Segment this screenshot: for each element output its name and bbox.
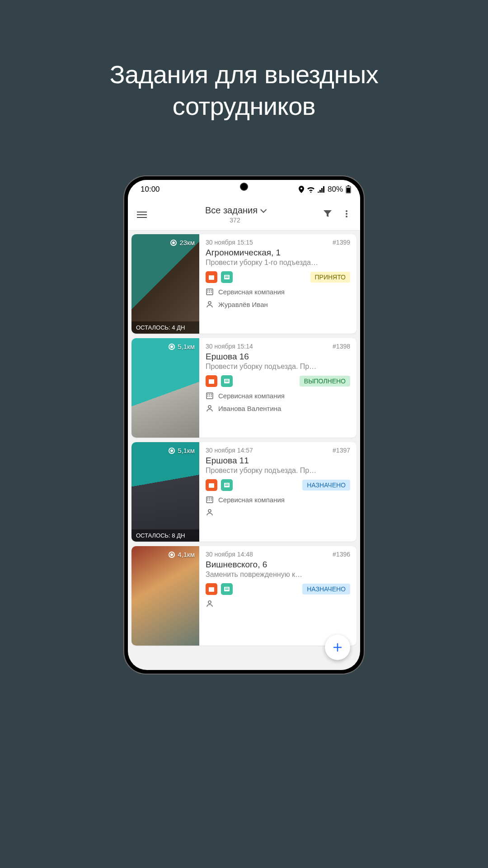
svg-point-50 <box>208 601 211 604</box>
attachment-icon <box>206 375 217 387</box>
task-card[interactable]: 5,1км 30 ноября 15:14 #1398 Ершова 16 Пр… <box>131 338 357 438</box>
task-id: #1396 <box>333 551 350 558</box>
svg-rect-40 <box>211 498 212 499</box>
svg-rect-49 <box>225 589 229 590</box>
company-line: Сервисная компания <box>206 288 350 296</box>
assignee-line <box>206 508 350 516</box>
task-card[interactable]: 5,1км ОСТАЛОСЬ: 8 ДН 30 ноября 14:57 #13… <box>131 442 357 542</box>
distance-label: 5,1км <box>169 343 195 350</box>
statusbar-time: 10:00 <box>141 185 160 194</box>
person-icon <box>206 404 214 412</box>
funnel-icon <box>323 209 332 218</box>
company-line: Сервисная компания <box>206 495 350 504</box>
task-id: #1399 <box>333 239 350 246</box>
appbar: Все задания 372 <box>128 199 360 231</box>
task-card[interactable]: 4,1км 30 ноября 14:48 #1396 Вишневского,… <box>131 546 357 646</box>
svg-rect-9 <box>225 276 229 277</box>
location-icon <box>299 186 304 193</box>
menu-button[interactable] <box>132 205 151 224</box>
task-title: Ершова 11 <box>206 456 350 466</box>
task-card[interactable]: 23км ОСТАЛОСЬ: 4 ДН 30 ноября 15:15 #139… <box>131 234 357 334</box>
assignee-line: Журавлёв Иван <box>206 300 350 308</box>
svg-point-3 <box>346 210 347 212</box>
task-id: #1397 <box>333 447 350 454</box>
svg-rect-12 <box>207 290 208 291</box>
more-button[interactable] <box>338 205 356 225</box>
svg-rect-10 <box>225 277 229 278</box>
svg-rect-1 <box>347 185 349 186</box>
svg-rect-2 <box>347 188 350 193</box>
svg-rect-36 <box>225 485 229 486</box>
task-thumbnail: 5,1км <box>131 338 199 438</box>
svg-rect-17 <box>211 292 212 292</box>
status-badge: ПРИНЯТО <box>310 272 351 283</box>
task-title: Агрономическая, 1 <box>206 248 350 258</box>
task-thumbnail: 4,1км <box>131 546 199 646</box>
attachment-icon <box>206 271 217 283</box>
plus-icon <box>332 642 343 653</box>
person-icon <box>206 300 214 308</box>
svg-rect-13 <box>209 290 210 291</box>
task-datetime: 30 ноября 15:14 <box>206 343 253 350</box>
building-icon <box>206 392 214 400</box>
svg-rect-30 <box>211 396 212 396</box>
task-title: Ершова 16 <box>206 352 350 362</box>
checklist-icon <box>221 583 233 595</box>
wifi-icon <box>307 186 315 193</box>
svg-rect-41 <box>207 500 208 500</box>
battery-icon <box>346 185 351 193</box>
building-icon <box>206 288 214 296</box>
svg-rect-15 <box>207 292 208 292</box>
remaining-label: ОСТАЛОСЬ: 8 ДН <box>131 529 199 542</box>
task-datetime: 30 ноября 14:57 <box>206 447 253 454</box>
task-thumbnail: 5,1км ОСТАЛОСЬ: 8 ДН <box>131 442 199 542</box>
svg-rect-28 <box>207 396 208 396</box>
task-desc: Провести уборку 1-го подъезда… <box>206 259 350 267</box>
attachment-icon <box>206 583 217 595</box>
camera-cutout <box>240 183 248 191</box>
svg-point-18 <box>208 302 211 304</box>
checklist-icon <box>221 375 233 387</box>
svg-point-44 <box>208 509 211 512</box>
task-desc: Заменить поврежденную к… <box>206 571 350 579</box>
svg-rect-7 <box>209 275 214 277</box>
task-count: 372 <box>151 217 319 224</box>
task-id: #1398 <box>333 343 350 350</box>
attachment-icon <box>206 479 217 491</box>
task-title: Вишневского, 6 <box>206 560 350 570</box>
task-list[interactable]: 23км ОСТАЛОСЬ: 4 ДН 30 ноября 15:15 #139… <box>128 231 360 649</box>
svg-rect-26 <box>209 394 210 395</box>
svg-point-31 <box>208 406 211 408</box>
svg-rect-25 <box>207 394 208 395</box>
company-line: Сервисная компания <box>206 392 350 400</box>
filter-dropdown[interactable]: Все задания <box>205 205 265 216</box>
person-icon <box>206 508 214 516</box>
filter-button[interactable] <box>319 205 337 225</box>
battery-text: 80% <box>328 185 343 194</box>
svg-rect-38 <box>207 498 208 499</box>
svg-rect-48 <box>225 588 229 589</box>
svg-rect-27 <box>211 394 212 395</box>
svg-rect-46 <box>209 587 214 589</box>
target-icon <box>169 344 175 350</box>
person-icon <box>206 599 214 608</box>
target-icon <box>169 448 175 454</box>
svg-rect-23 <box>225 381 229 382</box>
status-badge: НАЗНАЧЕНО <box>302 584 350 594</box>
svg-rect-42 <box>209 500 210 500</box>
distance-label: 4,1км <box>169 551 195 558</box>
more-vert-icon <box>342 209 351 218</box>
task-datetime: 30 ноября 14:48 <box>206 551 253 558</box>
checklist-icon <box>221 271 233 283</box>
task-desc: Провести уборку подъезда. Пр… <box>206 363 350 371</box>
distance-label: 5,1км <box>169 447 195 454</box>
target-icon <box>169 552 175 558</box>
fab-add[interactable] <box>325 635 350 660</box>
svg-rect-43 <box>211 500 212 500</box>
svg-rect-14 <box>211 290 212 291</box>
svg-rect-39 <box>209 498 210 499</box>
building-icon <box>206 495 214 504</box>
phone-frame: 10:00 80% Все задания 372 <box>124 176 364 674</box>
svg-rect-35 <box>225 484 229 485</box>
task-desc: Провести уборку подъезда. Пр… <box>206 467 350 475</box>
